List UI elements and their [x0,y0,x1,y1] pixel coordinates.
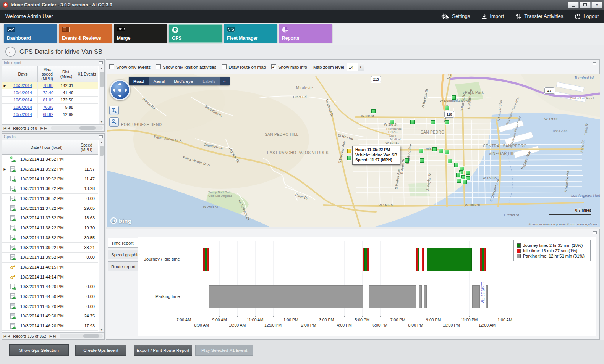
column-header-dist[interactable]: Dist. (Miles) [57,66,76,82]
nav-tile-gps[interactable]: GPS [169,24,222,43]
gps-list-row[interactable]: 10/3/2014 11:39:52 PM0.00 [2,253,98,263]
next-page-button[interactable]: ▶ [50,334,52,338]
maximize-button[interactable] [580,2,591,8]
checkbox-show-only-events[interactable]: Show only events [109,64,151,69]
day-cell[interactable]: 10/3/2014 [8,82,38,89]
day-cell[interactable]: 10/5/2014 [8,97,38,103]
checkbox-show-only-ignition-activities[interactable]: Show only ignition activities [156,64,216,69]
scroll-thumb[interactable] [83,334,99,338]
show-gps-selection-button[interactable]: Show Gps Selection [10,345,68,356]
gps-marker[interactable] [347,156,351,160]
max-speed-cell[interactable]: 72.40 [38,89,57,96]
gps-list-row[interactable]: 10/3/2014 11:45:50 PM24.75 [2,311,98,321]
last-page-button[interactable]: ▶| [44,126,47,130]
max-speed-cell[interactable]: 81.05 [38,97,57,103]
selected-gps-marker[interactable] [347,149,351,153]
max-speed-link[interactable]: 81.05 [43,98,53,102]
tab-speed-graphic[interactable]: Speed graphic [108,250,138,259]
nav-tile-fleet-manager[interactable]: Fleet Manager [224,24,277,43]
maximize-panel-icon[interactable] [99,61,103,64]
close-button[interactable]: ✕ [591,2,602,8]
gps-list-row[interactable]: 10/3/2014 11:36:22 PM13.28 [2,184,98,194]
gps-marker[interactable] [405,158,409,163]
map-view[interactable]: MiralestePeck ParkW Summerland AveCrest … [107,74,600,227]
nav-tile-events-reviews[interactable]: Events & Reviews [59,24,112,43]
gps-list-row[interactable]: 10/3/2014 11:37:52 PM18.63 [2,213,98,223]
scroll-thumb[interactable] [100,146,104,156]
back-button[interactable]: ← [5,47,16,57]
zoom-in-button[interactable] [109,106,119,115]
maximize-map-icon[interactable] [593,62,596,65]
next-page-button[interactable]: ▶ [40,126,43,130]
gps-list-row[interactable]: ▶10/3/2014 11:35:22 PM11.97 [2,164,98,174]
max-speed-cell[interactable]: 78.68 [38,82,57,89]
transfer-button[interactable]: Transfer Activities [515,13,563,20]
maximize-chart-icon[interactable] [593,231,597,234]
scroll-down-arrow[interactable]: ▼ [99,328,104,332]
nav-tile-dashboard[interactable]: Dashboard [4,24,57,43]
gps-marker[interactable] [454,163,458,167]
gps-marker[interactable] [457,179,461,183]
gps-marker[interactable] [439,149,443,153]
first-page-button[interactable]: |◀ [3,334,6,338]
pan-south-icon[interactable] [118,95,122,98]
gps-marker[interactable] [456,173,460,177]
gps-list-row[interactable]: 10/3/2014 11:38:52 PM30.55 [2,233,98,243]
max-speed-cell[interactable]: 76.95 [38,104,57,111]
gps-marker[interactable] [445,150,449,154]
compass-center[interactable] [118,89,121,92]
day-link[interactable]: 10/3/2014 [13,83,32,88]
gps-list-row[interactable]: 10/3/2014 11:38:22 PM19.70 [2,223,98,233]
gps-marker[interactable] [466,171,470,175]
gps-list-row[interactable]: 10/3/2014 11:35:52 PM11.47 [2,174,98,184]
scroll-thumb[interactable] [100,72,104,87]
map-style-aerial[interactable]: Aerial [149,77,169,85]
gps-marker[interactable] [463,180,467,184]
scroll-up-arrow[interactable]: ▲ [99,66,104,71]
gps-list-row[interactable]: 10/3/2014 11:39:22 PM33.21 [2,243,98,253]
gps-marker[interactable] [448,159,452,163]
tab-time-report[interactable]: Time report [108,238,138,248]
collapse-map-menu-icon[interactable]: « [220,77,230,85]
gps-list-row[interactable]: 10/3/2014 11:37:22 PM29.05 [2,203,98,213]
gps-marker[interactable] [445,120,449,124]
nav-tile-reports[interactable]: Reports [279,24,332,43]
pan-west-icon[interactable] [112,88,115,92]
column-header-days[interactable]: Days [8,66,38,82]
max-speed-link[interactable]: 68.62 [43,112,53,117]
column-header-speed[interactable]: Speed (MPH) [75,140,98,154]
day-link[interactable]: 10/4/2014 [13,90,32,95]
gps-list-row[interactable]: 10/3/2014 11:44:20 PM0.00 [2,282,98,292]
last-page-button[interactable]: ▶| [53,334,56,338]
info-report-row[interactable]: 10/7/201468.6212.99 [2,111,98,118]
info-report-row[interactable]: 10/5/201481.05172.56 [2,97,98,104]
column-header-max-speed[interactable]: Max speed (MPH) [38,66,57,82]
day-cell[interactable]: 10/7/2014 [8,111,38,118]
day-link[interactable]: 10/7/2014 [13,112,32,117]
day-cell[interactable]: 10/4/2014 [8,89,38,96]
column-header-datetime[interactable]: Date / hour (local) [18,140,75,154]
pan-east-icon[interactable] [125,88,128,92]
scroll-thumb[interactable] [79,126,96,130]
logout-button[interactable]: Logout [575,13,599,20]
map-style-labels[interactable]: Labels [198,77,220,85]
gps-list-row[interactable]: 10/3/2014 11:40:15 PM [2,263,98,272]
max-speed-link[interactable]: 72.40 [43,90,53,95]
map-style-bird-s-eye[interactable]: Bird's eye [169,77,198,85]
gps-marker[interactable] [431,120,435,124]
tab-route-report[interactable]: Route report [108,261,138,271]
map-zoom-select[interactable]: 14 ▼ [347,63,364,71]
first-page-button[interactable]: |◀ [3,126,6,130]
info-report-row[interactable]: ▶10/3/201478.68142.31 [2,82,98,89]
gps-marker[interactable] [461,175,465,179]
prev-page-button[interactable]: ◀ [8,334,10,338]
zoom-out-button[interactable] [109,117,119,127]
gps-marker[interactable] [419,149,423,153]
create-gps-event-button[interactable]: Create Gps Event [75,345,126,356]
settings-button[interactable]: Settings [441,13,470,20]
day-cell[interactable]: 10/6/2014 [8,104,38,111]
max-speed-link[interactable]: 76.95 [43,105,53,110]
max-speed-link[interactable]: 78.68 [43,83,53,88]
vertical-scrollbar[interactable]: ▲ ▼ [99,140,104,332]
maximize-panel-icon[interactable] [99,135,103,138]
